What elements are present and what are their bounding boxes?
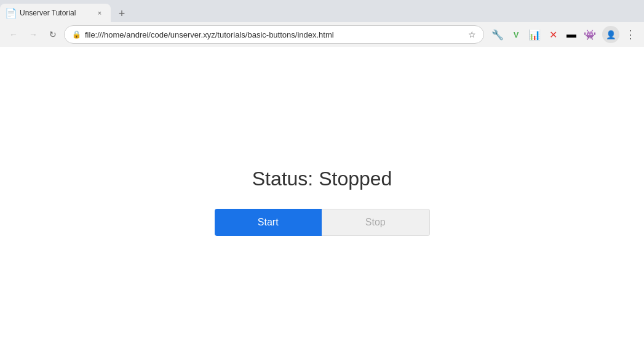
status-label: Status: Stopped [252,168,392,190]
profile-icon: 👤 [606,30,616,39]
extension-6-button[interactable]: 👾 [581,26,598,43]
reload-icon: ↻ [49,30,57,39]
active-tab[interactable]: 📄 Unserver Tutorial × [0,4,111,22]
menu-icon: ⋮ [625,28,636,41]
tab-favicon-icon: 📄 [6,8,16,18]
bookmark-icon[interactable]: ☆ [468,30,476,39]
page-content: Status: Stopped Start Stop [0,47,644,356]
profile-area: 👤 [602,26,619,43]
back-button[interactable]: ← [5,26,22,43]
address-bar[interactable]: 🔒 ☆ [64,25,484,44]
start-button[interactable]: Start [215,209,322,236]
extension-1-icon: 🔧 [491,29,504,41]
browser-menu-button[interactable]: ⋮ [622,26,639,43]
new-tab-button[interactable]: + [113,5,130,22]
button-group: Start Stop [215,209,430,236]
extension-3-icon: 📊 [528,29,541,41]
extension-3-button[interactable]: 📊 [526,26,543,43]
extension-1-button[interactable]: 🔧 [489,26,506,43]
forward-button[interactable]: → [25,26,42,43]
extension-2-button[interactable]: V [507,26,525,43]
profile-button[interactable]: 👤 [602,26,619,43]
address-input[interactable] [85,30,464,39]
extensions-toolbar: 🔧 V 📊 ✕ ▬ 👾 [489,26,598,43]
extension-5-icon: ▬ [566,29,576,40]
forward-icon: → [29,30,38,39]
back-icon: ← [9,30,18,39]
stop-button[interactable]: Stop [322,209,430,236]
nav-bar: ← → ↻ 🔒 ☆ 🔧 V 📊 ✕ ▬ [0,22,644,47]
extension-4-button[interactable]: ✕ [544,26,562,43]
extension-4-icon: ✕ [549,29,557,41]
secure-icon: 🔒 [72,30,81,39]
extension-6-icon: 👾 [584,29,596,41]
tab-close-button[interactable]: × [95,8,105,18]
extension-2-icon: V [514,30,519,39]
browser-chrome: 📄 Unserver Tutorial × + ← → ↻ 🔒 ☆ 🔧 V [0,0,644,47]
reload-button[interactable]: ↻ [44,26,62,43]
tab-bar: 📄 Unserver Tutorial × + [0,0,644,22]
extension-5-button[interactable]: ▬ [563,26,580,43]
tab-title: Unserver Tutorial [20,9,91,17]
